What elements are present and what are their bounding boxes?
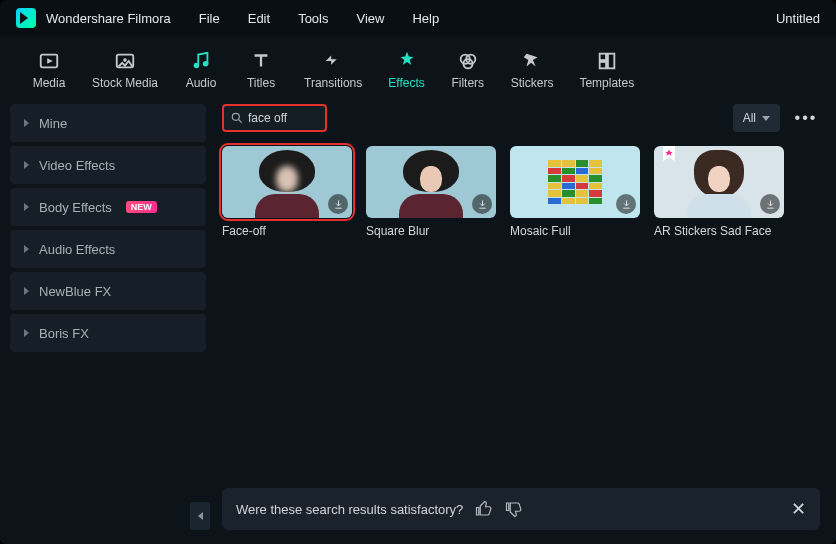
svg-rect-10 <box>608 54 614 69</box>
sidebar-item-body-effects[interactable]: Body EffectsNEW <box>10 188 206 226</box>
transitions-icon <box>322 50 344 72</box>
main-menu: File Edit Tools View Help <box>199 11 439 26</box>
search-icon <box>230 111 244 125</box>
svg-rect-9 <box>599 54 605 60</box>
titles-icon <box>250 50 272 72</box>
tab-templates[interactable]: Templates <box>571 46 642 98</box>
close-feedback-button[interactable]: ✕ <box>791 498 806 520</box>
search-input[interactable] <box>248 111 319 125</box>
sidebar-item-audio-effects[interactable]: Audio Effects <box>10 230 206 268</box>
audio-icon <box>190 50 212 72</box>
tab-stickers[interactable]: Stickers <box>503 46 562 98</box>
effect-label: Mosaic Full <box>510 224 640 238</box>
module-toolbar: Media Stock Media Audio Titles Transitio… <box>0 36 836 98</box>
templates-icon <box>596 50 618 72</box>
chevron-right-icon <box>24 287 29 295</box>
search-field[interactable] <box>222 104 327 132</box>
sidebar-item-video-effects[interactable]: Video Effects <box>10 146 206 184</box>
download-icon[interactable] <box>616 194 636 214</box>
thumbnail <box>366 146 496 218</box>
stickers-icon <box>521 50 543 72</box>
results-grid: Face-off Square Blur Mosaic Full <box>216 146 826 238</box>
sidebar-item-newblue-fx[interactable]: NewBlue FX <box>10 272 206 310</box>
svg-point-5 <box>203 61 209 67</box>
effect-card-face-off[interactable]: Face-off <box>222 146 352 238</box>
svg-marker-1 <box>47 58 53 64</box>
sidebar: Mine Video Effects Body EffectsNEW Audio… <box>10 104 206 534</box>
titlebar: Wondershare Filmora File Edit Tools View… <box>0 0 836 36</box>
chevron-right-icon <box>24 245 29 253</box>
effect-label: Face-off <box>222 224 352 238</box>
tab-audio[interactable]: Audio <box>176 46 226 98</box>
sidebar-item-mine[interactable]: Mine <box>10 104 206 142</box>
chevron-right-icon <box>24 329 29 337</box>
svg-line-13 <box>239 120 242 123</box>
svg-rect-11 <box>599 62 605 68</box>
feedback-bar: Were these search results satisfactory? … <box>222 488 820 530</box>
new-badge: NEW <box>126 201 157 213</box>
app-name: Wondershare Filmora <box>46 11 171 26</box>
filter-dropdown[interactable]: All <box>733 104 780 132</box>
tab-transitions[interactable]: Transitions <box>296 46 370 98</box>
sidebar-item-boris-fx[interactable]: Boris FX <box>10 314 206 352</box>
tab-filters[interactable]: Filters <box>443 46 493 98</box>
download-icon[interactable] <box>328 194 348 214</box>
effect-card-ar-stickers-sad-face[interactable]: AR Stickers Sad Face <box>654 146 784 238</box>
more-options-button[interactable]: ••• <box>792 104 820 132</box>
media-icon <box>38 50 60 72</box>
app-logo <box>16 8 36 28</box>
feedback-prompt: Were these search results satisfactory? <box>236 502 463 517</box>
tab-titles[interactable]: Titles <box>236 46 286 98</box>
tab-effects[interactable]: Effects <box>380 46 432 98</box>
menu-edit[interactable]: Edit <box>248 11 270 26</box>
project-title: Untitled <box>776 11 820 26</box>
tab-stock-media[interactable]: Stock Media <box>84 46 166 98</box>
menu-view[interactable]: View <box>356 11 384 26</box>
tab-media[interactable]: Media <box>24 46 74 98</box>
content-area: All ••• Face-off Square Blur <box>216 104 826 534</box>
svg-point-12 <box>232 113 239 120</box>
download-icon[interactable] <box>472 194 492 214</box>
download-icon[interactable] <box>760 194 780 214</box>
effects-icon <box>396 50 418 72</box>
menu-help[interactable]: Help <box>412 11 439 26</box>
effect-label: Square Blur <box>366 224 496 238</box>
effect-card-mosaic-full[interactable]: Mosaic Full <box>510 146 640 238</box>
effect-card-square-blur[interactable]: Square Blur <box>366 146 496 238</box>
favorite-badge-icon <box>660 146 678 168</box>
menu-file[interactable]: File <box>199 11 220 26</box>
filters-icon <box>457 50 479 72</box>
thumbnail <box>654 146 784 218</box>
thumbs-down-button[interactable] <box>505 500 523 518</box>
collapse-sidebar-button[interactable] <box>190 502 210 530</box>
chevron-right-icon <box>24 119 29 127</box>
menu-tools[interactable]: Tools <box>298 11 328 26</box>
thumbs-up-button[interactable] <box>475 500 493 518</box>
thumbnail <box>510 146 640 218</box>
stock-media-icon <box>114 50 136 72</box>
chevron-right-icon <box>24 161 29 169</box>
chevron-right-icon <box>24 203 29 211</box>
svg-point-4 <box>194 63 200 69</box>
chevron-down-icon <box>762 116 770 121</box>
effect-label: AR Stickers Sad Face <box>654 224 784 238</box>
thumbnail <box>222 146 352 218</box>
svg-point-3 <box>123 58 127 62</box>
